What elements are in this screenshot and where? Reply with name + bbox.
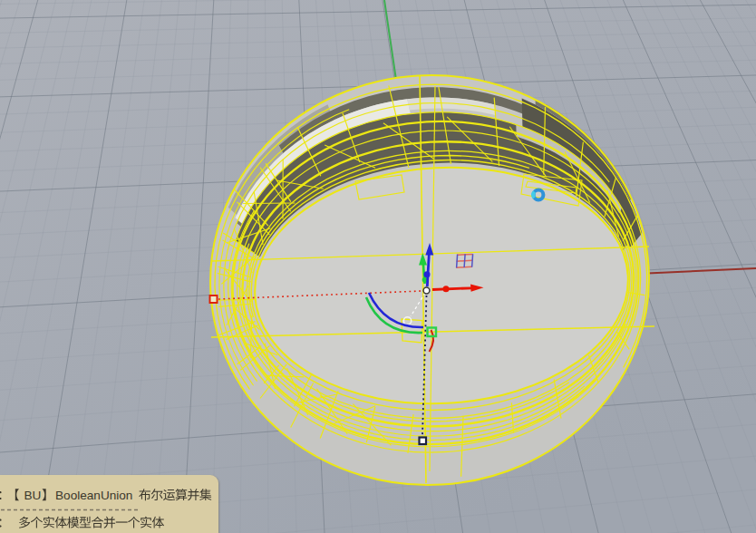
svg-text:BooleanUnion: BooleanUnion	[55, 489, 132, 502]
svg-text:BU: BU	[24, 489, 42, 502]
